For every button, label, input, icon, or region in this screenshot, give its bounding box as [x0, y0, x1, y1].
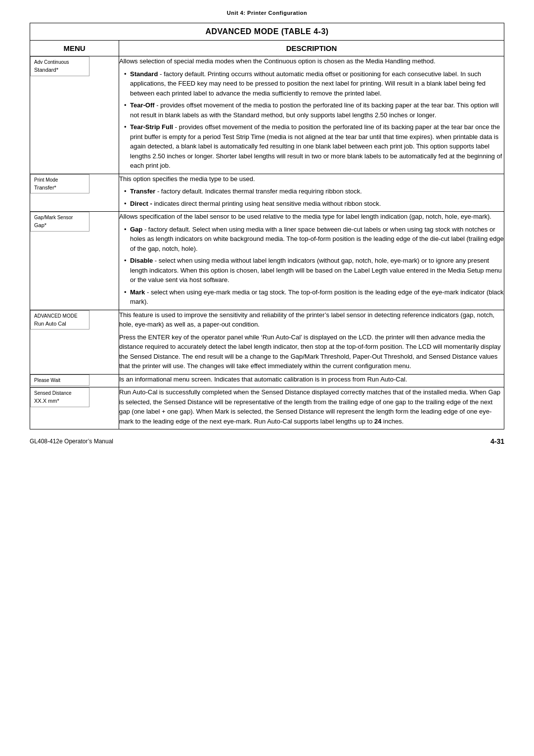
col-header-desc: DESCRIPTION — [119, 41, 504, 56]
table-row: Please WaitIs an informational menu scre… — [30, 374, 504, 387]
footer-left: GL408-412e Operator’s Manual — [30, 438, 113, 445]
desc-bullet-item: Transfer - factory default. Indicates th… — [124, 187, 504, 196]
desc-bullet-item: Direct - indicates direct thermal printi… — [124, 199, 504, 209]
table-title: ADVANCED MODE (TABLE 4-3) — [30, 23, 504, 41]
desc-cell: Is an informational menu screen. Indicat… — [119, 374, 504, 387]
desc-cell: Allows selection of special media modes … — [119, 56, 504, 174]
table-row: Print ModeTransfer*This option specifies… — [30, 174, 504, 212]
main-table: ADVANCED MODE (TABLE 4-3) MENU DESCRIPTI… — [30, 23, 504, 429]
menu-box: Print ModeTransfer* — [30, 174, 89, 194]
desc-bullets: Transfer - factory default. Indicates th… — [124, 187, 504, 208]
menu-cell: Please Wait — [30, 374, 119, 387]
menu-cell: Sensed DistanceXX.X mm* — [30, 387, 119, 429]
menu-box-line: Gap/Mark Sensor — [34, 214, 86, 221]
desc-cell: This feature is used to improve the sens… — [119, 310, 504, 374]
desc-bullet-item: Tear-Off - provides offset movement of t… — [124, 100, 504, 120]
desc-bullets: Standard - factory default. Printing occ… — [124, 69, 504, 171]
menu-cell: ADVANCED MODERun Auto Cal — [30, 310, 119, 374]
desc-bullet-item: Tear-Strip Full - provides offset moveme… — [124, 122, 504, 171]
desc-bullets: Gap - factory default. Select when using… — [124, 225, 504, 307]
desc-paragraph: Is an informational menu screen. Indicat… — [119, 375, 504, 384]
menu-box: Gap/Mark SensorGap* — [30, 212, 89, 232]
page-header: Unit 4: Printer Configuration — [30, 10, 504, 16]
menu-cell: Adv ContinuousStandard* — [30, 56, 119, 174]
menu-cell: Gap/Mark SensorGap* — [30, 212, 119, 310]
menu-box-line: Transfer* — [34, 184, 86, 192]
desc-cell: This option specifies the media type to … — [119, 174, 504, 212]
desc-paragraph: This feature is used to improve the sens… — [119, 310, 504, 330]
menu-box-line: Adv Continuous — [34, 58, 86, 66]
menu-box-line: Gap* — [34, 221, 86, 230]
menu-box-line: XX.X mm* — [34, 397, 86, 405]
table-row: Adv ContinuousStandard*Allows selection … — [30, 56, 504, 174]
desc-paragraph: Allows selection of special media modes … — [119, 56, 504, 66]
menu-box-line: Print Mode — [34, 176, 86, 184]
desc-cell: Run Auto-Cal is successfully completed w… — [119, 387, 504, 429]
table-row: ADVANCED MODERun Auto CalThis feature is… — [30, 310, 504, 374]
desc-paragraph: Press the ENTER key of the operator pane… — [119, 332, 504, 371]
desc-paragraph: Run Auto-Cal is successfully completed w… — [119, 387, 504, 426]
desc-bullet-item: Gap - factory default. Select when using… — [124, 225, 504, 254]
menu-box-line: Standard* — [34, 66, 86, 74]
desc-cell: Allows specification of the label sensor… — [119, 212, 504, 310]
desc-bullet-item: Mark - select when using eye-mark media … — [124, 287, 504, 307]
menu-box: Please Wait — [30, 375, 89, 386]
menu-box-line: Run Auto Cal — [34, 320, 86, 328]
menu-box-line: ADVANCED MODE — [34, 312, 86, 320]
table-row: Sensed DistanceXX.X mm*Run Auto-Cal is s… — [30, 387, 504, 429]
desc-bullet-item: Disable - select when using media withou… — [124, 256, 504, 285]
table-row: Gap/Mark SensorGap*Allows specification … — [30, 212, 504, 310]
desc-paragraph: This option specifies the media type to … — [119, 174, 504, 184]
footer-right: 4-31 — [490, 437, 504, 445]
desc-bullet-item: Standard - factory default. Printing occ… — [124, 69, 504, 98]
menu-box: Sensed DistanceXX.X mm* — [30, 387, 89, 407]
menu-box: ADVANCED MODERun Auto Cal — [30, 310, 89, 330]
menu-box-line: Please Wait — [34, 377, 86, 384]
menu-box: Adv ContinuousStandard* — [30, 56, 89, 76]
menu-box-line: Sensed Distance — [34, 389, 86, 397]
col-header-menu: MENU — [30, 41, 119, 56]
footer: GL408-412e Operator’s Manual 4-31 — [30, 437, 504, 445]
desc-paragraph: Allows specification of the label sensor… — [119, 212, 504, 222]
menu-cell: Print ModeTransfer* — [30, 174, 119, 212]
